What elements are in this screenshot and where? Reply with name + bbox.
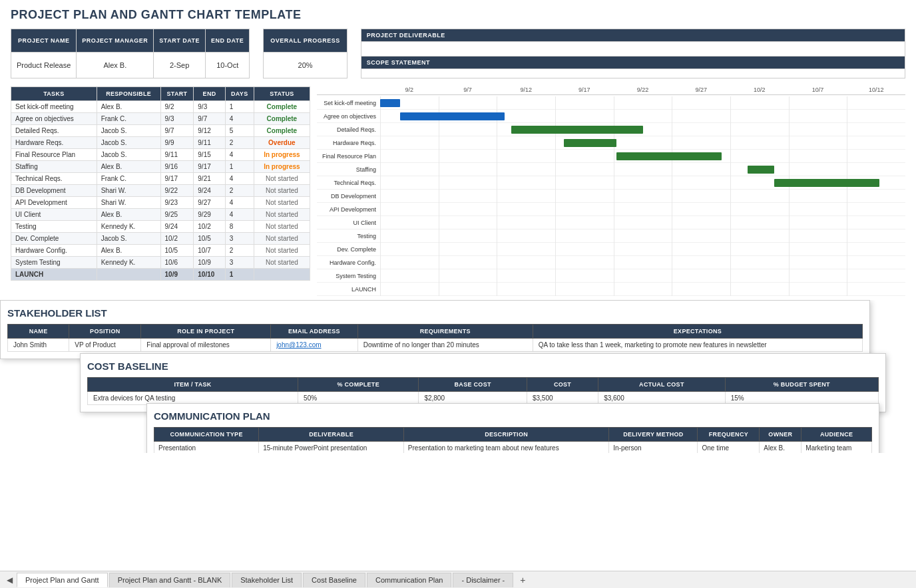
tasks-header-cell: DAYS xyxy=(225,87,254,101)
gantt-date-label: 10/2 xyxy=(730,86,789,93)
comm-cell-deliverable: 15-minute PowerPoint presentation xyxy=(259,442,404,454)
gantt-date-label: 9/7 xyxy=(439,86,497,93)
comm-cell-audience: Marketing team xyxy=(802,442,871,454)
task-cell-responsible: Alex B. xyxy=(97,245,160,257)
cost-header-cell: BASE COST xyxy=(419,378,527,392)
stakeholder-cell-expectations: QA to take less than 1 week, marketing t… xyxy=(533,339,863,352)
task-cell-end: 9/11 xyxy=(194,137,225,149)
cost-header-cell: % BUDGET SPENT xyxy=(725,378,878,392)
task-cell-responsible: Jacob S. xyxy=(97,125,160,137)
project-name-header: PROJECT NAME xyxy=(11,29,77,53)
task-status: Not started xyxy=(254,257,310,269)
comm-cell-method: In-person xyxy=(609,442,698,454)
task-cell-end: 9/21 xyxy=(194,173,225,185)
task-cell-days: 4 xyxy=(225,113,254,125)
task-cell-end: 9/15 xyxy=(194,149,225,161)
gantt-timeline xyxy=(380,190,905,203)
gantt-row: Dev. Complete xyxy=(317,243,905,256)
tasks-header-cell: START xyxy=(160,87,194,101)
list-item: Presentation15-minute PowerPoint present… xyxy=(154,442,872,454)
gantt-row: Final Resource Plan xyxy=(317,150,905,163)
gantt-row: API Development xyxy=(317,203,905,216)
task-cell-start: 10/5 xyxy=(160,245,194,257)
stakeholder-header-cell: ROLE IN PROJECT xyxy=(141,325,271,339)
task-cell-start: 9/7 xyxy=(160,125,194,137)
gantt-row: Hardware Config. xyxy=(317,256,905,269)
communication-plan-panel: COMMUNICATION PLAN COMMUNICATION TYPEDEL… xyxy=(146,403,879,453)
table-row: API DevelopmentShari W.9/239/274Not star… xyxy=(11,197,310,209)
email-link[interactable]: john@123.com xyxy=(276,341,321,349)
start-date-value: 2-Sep xyxy=(154,53,206,78)
gantt-timeline xyxy=(380,229,905,243)
gantt-row: Hardware Reqs. xyxy=(317,136,905,150)
task-cell-days: 3 xyxy=(225,257,254,269)
task-cell-task: DB Development xyxy=(11,185,97,197)
task-status: In progress xyxy=(254,161,310,173)
task-cell-end: 9/3 xyxy=(194,101,225,113)
task-cell-task: Agree on objectives xyxy=(11,113,97,125)
stakeholder-cell-role: Final approval of milestones xyxy=(141,339,271,352)
gantt-row: Technical Reqs. xyxy=(317,176,905,190)
cost-header-cell: COST xyxy=(527,378,598,392)
task-cell-responsible: Alex B. xyxy=(97,161,160,173)
task-cell-start: 10/6 xyxy=(160,257,194,269)
deliverable-body xyxy=(361,42,905,57)
project-info-table: PROJECT NAME PROJECT MANAGER START DATE … xyxy=(11,29,250,78)
task-cell-end: 9/29 xyxy=(194,209,225,221)
cost-header-cell: ACTUAL COST xyxy=(598,378,726,392)
task-cell-responsible: Frank C. xyxy=(97,173,160,185)
table-row: Final Resource PlanJacob S.9/119/154In p… xyxy=(11,149,310,161)
task-cell-end: 10/10 xyxy=(194,269,225,281)
stakeholder-header-cell: EMAIL ADDRESS xyxy=(271,325,358,339)
task-status: Not started xyxy=(254,221,310,233)
task-status: Complete xyxy=(254,113,310,125)
table-row: UI ClientAlex B.9/259/294Not started xyxy=(11,209,310,221)
task-cell-responsible: Shari W. xyxy=(97,197,160,209)
task-cell-end: 9/17 xyxy=(194,161,225,173)
task-cell-task: Final Resource Plan xyxy=(11,149,97,161)
task-cell-responsible: Jacob S. xyxy=(97,149,160,161)
gantt-bar xyxy=(380,99,400,107)
gantt-row-label: Set kick-off meeting xyxy=(317,100,380,106)
task-cell-start: 9/23 xyxy=(160,197,194,209)
gantt-row-label: UI Client xyxy=(317,220,380,226)
cost-header-cell: ITEM / TASK xyxy=(88,378,298,392)
comm-header-cell: COMMUNICATION TYPE xyxy=(154,428,259,442)
task-status: In progress xyxy=(254,149,310,161)
cost-header-cell: % COMPLETE xyxy=(298,378,419,392)
gantt-row-label: Agree on objectives xyxy=(317,113,380,120)
task-cell-responsible: Jacob S. xyxy=(97,233,160,245)
comm-cell-type: Presentation xyxy=(154,442,259,454)
comm-header-cell: FREQUENCY xyxy=(698,428,760,442)
task-cell-task: Testing xyxy=(11,221,97,233)
project-name-value: Product Release xyxy=(11,53,77,78)
task-cell-days: 2 xyxy=(225,245,254,257)
gantt-row-label: Technical Reqs. xyxy=(317,180,380,186)
table-row: Dev. CompleteJacob S.10/210/53Not starte… xyxy=(11,233,310,245)
task-cell-task: Staffing xyxy=(11,161,97,173)
gantt-timeline xyxy=(380,150,905,163)
stakeholder-cell-name: John Smith xyxy=(8,339,69,352)
gantt-row-label: Detailed Reqs. xyxy=(317,126,380,133)
gantt-section: 9/29/79/129/179/229/2710/210/710/12 Set … xyxy=(317,86,905,296)
gantt-bar xyxy=(774,179,879,187)
task-cell-end: 10/9 xyxy=(194,257,225,269)
stakeholder-panel: STAKEHOLDER LIST NAMEPOSITIONROLE IN PRO… xyxy=(0,300,870,359)
gantt-timeline xyxy=(380,243,905,256)
scope-header: SCOPE STATEMENT xyxy=(361,57,905,69)
table-row: Hardware Reqs.Jacob S.9/99/112Overdue xyxy=(11,137,310,149)
tasks-header-cell: END xyxy=(194,87,225,101)
table-row: Set kick-off meetingAlex B.9/29/31Comple… xyxy=(11,101,310,113)
table-row: Detailed Reqs.Jacob S.9/79/125Complete xyxy=(11,125,310,137)
gantt-bar xyxy=(511,126,642,134)
task-cell-task: UI Client xyxy=(11,209,97,221)
task-cell-end: 9/7 xyxy=(194,113,225,125)
task-cell-start: 9/24 xyxy=(160,221,194,233)
comm-cell-owner: Alex B. xyxy=(760,442,802,454)
gantt-date-label: 9/27 xyxy=(672,86,730,93)
task-status: Not started xyxy=(254,173,310,185)
comm-header-cell: OWNER xyxy=(760,428,802,442)
gantt-timeline xyxy=(380,136,905,150)
task-cell-end: 9/27 xyxy=(194,197,225,209)
gantt-row: LAUNCH xyxy=(317,283,905,296)
